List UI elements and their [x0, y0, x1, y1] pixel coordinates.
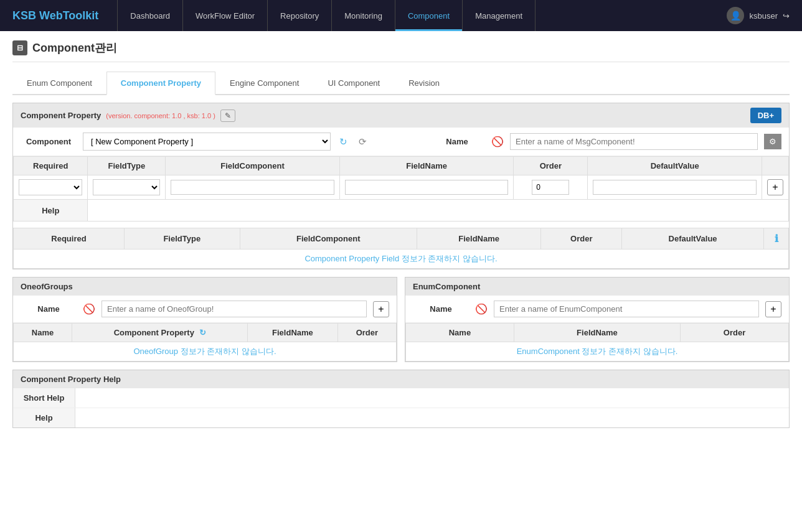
order-input[interactable]: [532, 180, 569, 195]
th-default-value: DefaultValue: [588, 157, 762, 175]
navbar: KSB WebToolkit Dashboard WorkFlow Editor…: [0, 0, 802, 31]
oneof-groups-header: OneofGroups: [13, 278, 397, 296]
version-badge: (version. component: 1.0 , ksb: 1.0 ): [106, 112, 215, 119]
th2-order: Order: [541, 228, 622, 250]
user-avatar-icon: 👤: [727, 7, 744, 24]
component-select[interactable]: [ New Component Property ]: [83, 133, 331, 151]
help-input-row: Help: [14, 200, 789, 222]
nav-dashboard[interactable]: Dashboard: [117, 0, 183, 31]
enum-ban-icon: 🚫: [475, 303, 488, 315]
field-type-cell: [88, 175, 166, 200]
page-title-row: ⊟ Component관리: [12, 40, 790, 62]
help-row: Help: [13, 408, 789, 427]
edit-icon-button[interactable]: ✎: [220, 110, 235, 122]
page-title: Component관리: [32, 40, 117, 55]
enum-empty-message: EnumComponent 정보가 존재하지 않습니다.: [406, 342, 789, 362]
enum-th-name: Name: [406, 324, 514, 342]
help-value-cell: [88, 200, 789, 222]
oneof-table: Name Component Property ↻ FieldName Orde…: [13, 323, 397, 362]
ban-icon: 🚫: [491, 136, 504, 147]
oneof-empty-row: OneofGroup 정보가 존재하지 않습니다.: [14, 342, 397, 362]
field-type-select[interactable]: [93, 179, 160, 195]
help-input[interactable]: [93, 203, 783, 217]
short-help-input[interactable]: [75, 389, 789, 407]
gear-button[interactable]: ⚙: [764, 134, 781, 149]
section-header: Component Property (version. component: …: [13, 103, 789, 128]
enum-name-input[interactable]: [494, 301, 759, 317]
th-field-name: FieldName: [339, 157, 514, 175]
required-select[interactable]: [19, 179, 82, 195]
info-icon: ℹ: [775, 233, 778, 244]
oneof-ban-icon: 🚫: [83, 303, 95, 315]
enum-table: Name FieldName Order EnumComponent 정보가 존…: [405, 323, 789, 362]
brand-prefix: KSB: [12, 9, 36, 22]
nav-component[interactable]: Component: [395, 0, 463, 31]
th-field-type: FieldType: [88, 157, 166, 175]
nav-repository[interactable]: Repository: [268, 0, 332, 31]
tab-component-property[interactable]: Component Property: [106, 72, 215, 95]
tab-ui-component[interactable]: UI Component: [313, 72, 394, 95]
page-container: ⊟ Component관리 Enum Component Component P…: [0, 31, 802, 437]
tab-revision[interactable]: Revision: [394, 72, 454, 95]
nav-monitoring[interactable]: Monitoring: [332, 0, 395, 31]
enum-add-button[interactable]: +: [765, 301, 781, 317]
component-property-section: Component Property (version. component: …: [12, 103, 790, 269]
oneof-name-input[interactable]: [101, 301, 367, 317]
oneof-name-label: Name: [21, 304, 77, 314]
component-refresh-button[interactable]: ↻: [337, 135, 350, 149]
help-section-header: Component Property Help: [13, 370, 789, 388]
oneof-groups-section: OneofGroups Name 🚫 + Name Component Prop…: [12, 277, 397, 362]
component-reset-button[interactable]: ⟳: [356, 135, 369, 149]
nav-user: 👤 ksbuser ↪: [727, 7, 790, 24]
nav-workflow-editor[interactable]: WorkFlow Editor: [183, 0, 268, 31]
enum-name-label: Name: [413, 304, 469, 314]
enum-th-order: Order: [681, 324, 789, 342]
refresh-icon: ↻: [199, 328, 206, 337]
db-plus-button[interactable]: DB+: [750, 108, 781, 123]
nav-management[interactable]: Management: [463, 0, 535, 31]
name-input[interactable]: [510, 133, 758, 150]
oneof-add-button[interactable]: +: [373, 301, 389, 317]
help-label-cell: Help: [14, 200, 88, 222]
section-header-left: Component Property (version. component: …: [21, 110, 235, 122]
th-order: Order: [514, 157, 588, 175]
add-row-cell: +: [762, 175, 789, 200]
field-name-input[interactable]: [345, 180, 509, 195]
component-label: Component: [21, 137, 77, 146]
nav-items: Dashboard WorkFlow Editor Repository Mon…: [117, 0, 727, 31]
field-component-input[interactable]: [171, 180, 334, 195]
th-required: Required: [14, 157, 88, 175]
oneof-name-row: Name 🚫 +: [13, 296, 397, 323]
logout-icon[interactable]: ↪: [783, 11, 790, 21]
help-label: Help: [13, 408, 75, 427]
field-component-cell: [166, 175, 340, 200]
th2-field-type: FieldType: [124, 228, 240, 250]
enum-th-field-name: FieldName: [514, 324, 680, 342]
two-col-section: OneofGroups Name 🚫 + Name Component Prop…: [12, 277, 790, 362]
brand-logo: KSB WebToolkit: [12, 9, 98, 22]
th-field-component: FieldComponent: [166, 157, 340, 175]
help-section: Component Property Help Short Help Help: [12, 370, 790, 428]
th2-default-value: DefaultValue: [622, 228, 764, 250]
th-action: [762, 157, 789, 175]
data-table: Required FieldType FieldComponent FieldN…: [13, 228, 789, 269]
empty-row: Component Property Field 정보가 존재하지 않습니다.: [14, 250, 789, 269]
add-row-button[interactable]: +: [767, 179, 783, 195]
name-label: Name: [429, 137, 485, 146]
help-input-field[interactable]: [75, 409, 789, 427]
tabs: Enum Component Component Property Engine…: [12, 72, 790, 95]
oneof-th-field-name: FieldName: [248, 324, 338, 342]
oneof-empty-message: OneofGroup 정보가 존재하지 않습니다.: [14, 342, 397, 362]
tab-enum-component[interactable]: Enum Component: [12, 72, 106, 95]
input-table: Required FieldType FieldComponent FieldN…: [13, 156, 789, 222]
field-name-cell: [339, 175, 514, 200]
username: ksbuser: [749, 11, 778, 21]
page-title-icon: ⊟: [12, 40, 27, 55]
default-value-input[interactable]: [593, 180, 757, 195]
oneof-th-name: Name: [14, 324, 72, 342]
component-name-row: Component [ New Component Property ] ↻ ⟳…: [13, 128, 789, 156]
empty-message: Component Property Field 정보가 존재하지 않습니다.: [14, 250, 789, 269]
tab-engine-component[interactable]: Engine Component: [215, 72, 313, 95]
oneof-th-order: Order: [337, 324, 396, 342]
th2-field-component: FieldComponent: [240, 228, 417, 250]
